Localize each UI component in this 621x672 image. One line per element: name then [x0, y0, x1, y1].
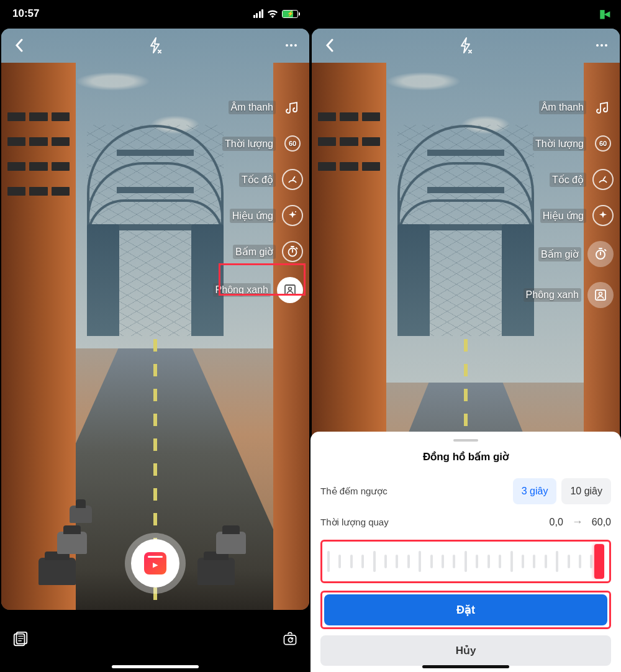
highlight-set-button: Đặt — [320, 591, 611, 629]
arrow-right-icon: → — [572, 515, 583, 529]
duration-60-icon: 60 — [282, 133, 303, 154]
svg-point-0 — [295, 211, 296, 212]
menu-sound-label: Âm thanh — [539, 101, 586, 114]
recording-duration-label: Thời lượng quay — [320, 517, 389, 528]
menu-speed[interactable]: Tốc độ — [239, 169, 303, 190]
clock: 10:57 — [12, 7, 39, 20]
duration-to: 60,0 — [592, 517, 611, 528]
reels-icon — [144, 552, 166, 574]
speed-icon — [282, 169, 303, 190]
status-right: ⚡ — [253, 9, 299, 18]
svg-rect-6 — [284, 635, 296, 645]
effects-icon — [592, 205, 614, 226]
back-button[interactable] — [322, 37, 338, 53]
speed-icon — [592, 169, 614, 190]
flash-toggle[interactable] — [458, 37, 474, 53]
countdown-3s-option[interactable]: 3 giây — [513, 478, 557, 504]
menu-sound[interactable]: Âm thanh — [229, 97, 303, 118]
camera-viewfinder: Âm thanh Thời lượng 60 Tốc độ Hiệu ứng — [1, 29, 309, 610]
slider-handle[interactable] — [594, 544, 604, 579]
wifi-icon — [267, 9, 278, 18]
set-button[interactable]: Đặt — [324, 594, 607, 625]
cancel-button[interactable]: Hủy — [320, 635, 611, 666]
back-button[interactable] — [11, 37, 27, 53]
music-icon — [592, 97, 614, 118]
menu-greenscreen[interactable]: Phông xanh — [524, 282, 614, 308]
menu-duration[interactable]: Thời lượng 60 — [222, 133, 303, 154]
effects-icon — [282, 205, 303, 226]
duration-slider[interactable] — [320, 540, 611, 583]
record-button[interactable] — [131, 539, 179, 588]
menu-speed-label: Tốc độ — [550, 173, 586, 187]
countdown-label: Thẻ đếm ngược — [320, 486, 388, 497]
menu-effects-label: Hiệu ứng — [230, 209, 276, 223]
svg-point-9 — [599, 293, 602, 296]
battery-charging-icon: ▮◂ — [599, 7, 609, 20]
more-button[interactable] — [594, 37, 610, 53]
menu-greenscreen-label: Phông xanh — [524, 288, 581, 302]
menu-speed[interactable]: Tốc độ — [550, 169, 614, 190]
flip-camera-button[interactable] — [282, 631, 298, 647]
battery-icon: ⚡ — [282, 10, 298, 18]
menu-duration-label: Thời lượng — [533, 137, 586, 151]
menu-greenscreen[interactable]: Phông xanh — [213, 277, 303, 303]
flash-toggle[interactable] — [147, 37, 163, 53]
right-screenshot: ▮◂ — [310, 0, 621, 672]
greenscreen-icon — [277, 277, 303, 303]
countdown-10s-option[interactable]: 10 giây — [561, 478, 611, 504]
menu-duration[interactable]: Thời lượng 60 — [533, 133, 614, 154]
duration-from: 0,0 — [550, 517, 563, 528]
greenscreen-icon — [587, 282, 614, 308]
cellular-icon — [253, 9, 264, 18]
timer-icon — [587, 241, 614, 267]
svg-point-3 — [289, 288, 292, 291]
menu-timer[interactable]: Bấm giờ — [538, 241, 614, 267]
slider-ticks — [327, 549, 604, 574]
left-screenshot: 10:57 ⚡ — [0, 0, 310, 672]
menu-sound[interactable]: Âm thanh — [539, 97, 614, 118]
menu-greenscreen-label: Phông xanh — [213, 283, 271, 297]
side-menu: Âm thanh Thời lượng 60 Tốc độ Hiệu ứng — [524, 97, 614, 308]
timer-sheet: Đồng hồ bấm giờ Thẻ đếm ngược 3 giây 10 … — [310, 432, 621, 672]
menu-speed-label: Tốc độ — [239, 173, 276, 187]
duration-60-icon: 60 — [592, 133, 614, 154]
sheet-grabber[interactable] — [453, 439, 478, 442]
sheet-title: Đồng hồ bấm giờ — [320, 450, 611, 463]
side-menu: Âm thanh Thời lượng 60 Tốc độ Hiệu ứng — [213, 97, 303, 303]
menu-effects-label: Hiệu ứng — [540, 209, 586, 223]
menu-effects[interactable]: Hiệu ứng — [540, 205, 614, 226]
menu-timer-label: Bấm giờ — [233, 245, 276, 259]
menu-sound-label: Âm thanh — [229, 101, 276, 114]
home-indicator — [422, 665, 509, 668]
menu-timer[interactable]: Bấm giờ — [233, 241, 303, 262]
gallery-button[interactable] — [12, 631, 29, 647]
bottom-toolbar — [0, 612, 310, 672]
menu-duration-label: Thời lượng — [222, 137, 276, 151]
status-bar: 10:57 ⚡ — [0, 0, 310, 27]
menu-timer-label: Bấm giờ — [538, 247, 581, 261]
menu-effects[interactable]: Hiệu ứng — [230, 205, 303, 226]
more-button[interactable] — [283, 37, 299, 53]
music-icon — [282, 97, 303, 118]
status-bar: ▮◂ — [310, 0, 621, 27]
home-indicator — [112, 665, 199, 668]
timer-icon — [282, 241, 303, 262]
